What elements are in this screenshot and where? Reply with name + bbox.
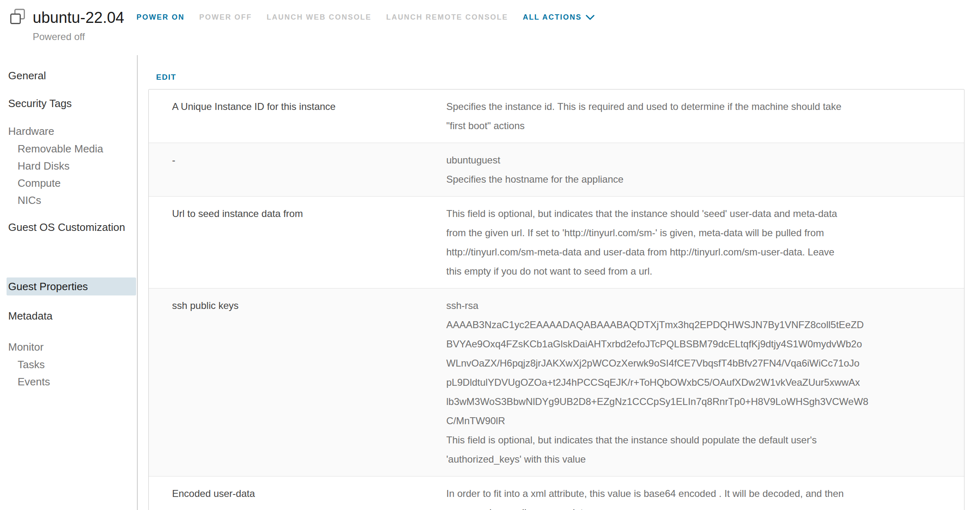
property-label: Url to seed instance data from [149,197,446,288]
sidebar-item-removable-media[interactable]: Removable Media [7,140,137,157]
property-value-line: C/MnTW90lR [446,411,948,430]
power-status: Powered off [33,31,124,42]
table-row: Url to seed instance data fromThis field… [149,197,964,289]
property-value: ubuntuguestSpecifies the hostname for th… [446,143,964,196]
property-label: - [149,143,446,196]
property-value-line: processed normally as user-data [446,503,948,510]
property-label: A Unique Instance ID for this instance [149,89,446,143]
property-value-line: ssh-rsa [446,296,948,315]
sidebar-item-hard-disks[interactable]: Hard Disks [7,157,137,174]
property-value-line: Specifies the hostname for the appliance [446,170,948,189]
sidebar-item-guest-os-customization[interactable]: Guest OS Customization [7,219,131,236]
guest-properties-table: A Unique Instance ID for this instanceSp… [148,89,964,510]
action-toolbar: POWER ONPOWER OFFLAUNCH WEB CONSOLELAUNC… [136,13,595,22]
property-value: This field is optional, but indicates th… [446,197,964,288]
sidebar: GeneralSecurity TagsHardwareRemovable Me… [0,55,138,510]
property-value-line: ubuntuguest [446,150,948,170]
property-value-line: lb3wM3WoS3BbwNlDYg9UB2D8+EZgNz1CCCpSy1EL… [446,392,948,411]
toolbar-button-power-off: POWER OFF [199,13,252,22]
property-value-line: "first boot" actions [446,116,948,135]
property-value-line: This field is optional, but indicates th… [446,204,948,223]
chevron-down-icon [586,15,595,20]
edit-button[interactable]: EDIT [156,73,176,82]
sidebar-item-guest-properties[interactable]: Guest Properties [7,277,136,295]
property-label: Encoded user-data [149,476,446,510]
table-row: ssh public keysssh-rsaAAAAB3NzaC1yc2EAAA… [149,289,964,476]
vm-icon [8,7,27,28]
property-value-line: AAAAB3NzaC1yc2EAAAADAQABAAABAQDTXjTmx3hq… [446,315,948,334]
sidebar-item-metadata[interactable]: Metadata [7,307,131,325]
toolbar-button-launch-web-console: LAUNCH WEB CONSOLE [266,13,371,22]
property-value-line: 'authorized_keys' with this value [446,450,948,469]
property-value-line: this empty if you do not want to seed fr… [446,262,948,281]
table-row: A Unique Instance ID for this instanceSp… [149,89,964,143]
table-row: Encoded user-dataIn order to fit into a … [149,476,964,510]
sidebar-item-general[interactable]: General [7,67,131,85]
property-value-line: from the given url. If set to 'http://ti… [446,223,948,242]
main-panel: EDIT A Unique Instance ID for this insta… [138,41,980,510]
sidebar-item-nics[interactable]: NICs [7,192,137,209]
property-value-line: BVYAe9Oxq4FZsKCb1aGlskDaiAHTxrbd2efoJTcP… [446,334,948,353]
property-label: ssh public keys [149,289,446,476]
property-value: ssh-rsaAAAAB3NzaC1yc2EAAAADAQABAAABAQDTX… [446,289,964,476]
all-actions-label: ALL ACTIONS [523,13,582,22]
sidebar-item-compute[interactable]: Compute [7,174,137,192]
toolbar-button-launch-remote-console: LAUNCH REMOTE CONSOLE [386,13,508,22]
property-value-line: In order to fit into a xml attribute, th… [446,484,948,503]
property-value: Specifies the instance id. This is requi… [446,89,964,143]
property-value-line: Specifies the instance id. This is requi… [446,97,948,116]
sidebar-item-tasks[interactable]: Tasks [7,356,137,373]
all-actions-button[interactable]: ALL ACTIONS [523,13,595,22]
property-value-line: http://tinyurl.com/sm-meta-data and user… [446,242,948,262]
page-title: ubuntu-22.04 [33,9,124,27]
property-value-line: pL9DldtulYDVUgOZOa+t2J4hPCCSqEJK/r+ToHQb… [446,373,948,392]
property-value-line: WLnvOaZX/H6pqjz8jrJAKXwXj2pWCOzXerwk9oSI… [446,353,948,373]
property-value: In order to fit into a xml attribute, th… [446,476,964,510]
vm-header: ubuntu-22.04 Powered off POWER ONPOWER O… [0,0,980,41]
sidebar-item-monitor: Monitor [7,338,131,356]
table-row: -ubuntuguestSpecifies the hostname for t… [149,143,964,197]
sidebar-item-security-tags[interactable]: Security Tags [7,94,131,112]
sidebar-item-hardware: Hardware [7,122,131,140]
property-value-line: This field is optional, but indicates th… [446,430,948,450]
toolbar-button-power-on[interactable]: POWER ON [136,13,185,22]
sidebar-item-events[interactable]: Events [7,373,137,390]
